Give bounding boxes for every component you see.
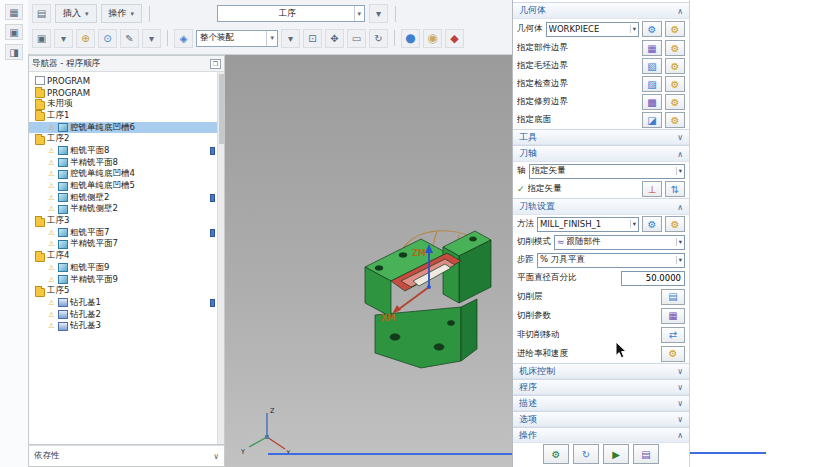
vector-dialog-button[interactable] [642,181,662,197]
tree-row[interactable]: ⚠ 粗铣侧壁2 [29,192,224,204]
tree-row[interactable]: ⚠ 工序4 [29,250,224,262]
actions-row [513,443,689,465]
tree-row[interactable]: ⚠ 工序2 [29,133,224,145]
section-title: 操作 [519,429,537,442]
assembly-filter-combo[interactable]: 整个装配 ▾ [196,30,278,47]
dependencies-pane-header[interactable]: 依存性 ∨ [28,445,225,467]
tree-row[interactable]: ⚠ 钻孔基1 [29,297,224,309]
open-dialog-button[interactable] [661,289,685,305]
tree-row[interactable]: ⚠ 工序5 [29,285,224,297]
quick-access-icon[interactable]: ▤ [32,4,51,23]
open-dialog-button[interactable] [661,308,685,324]
stepover-combo[interactable]: % 刀具平直 ▾ [537,253,685,268]
section-program-header[interactable]: 程序 [513,379,689,395]
create-operation-icon[interactable]: ▣ [32,29,51,48]
select-boundary-button[interactable] [642,58,662,74]
section-options-header[interactable]: 选项 [513,411,689,427]
tree-row[interactable]: ⚠ 未用项 [29,98,224,110]
edit-boundary-button[interactable] [665,94,685,110]
node-label: 工序5 [47,285,69,297]
tree-row[interactable]: ⚠ 钻孔基3 [29,320,224,332]
open-dialog-button[interactable] [661,327,685,343]
toolpath-action-button[interactable] [543,444,569,464]
section-tool-axis-header[interactable]: 刀轴 [513,145,689,162]
node-icon [58,158,68,167]
pan-icon[interactable]: ✥ [325,29,344,48]
edit-object-icon[interactable]: ✎ [120,29,139,48]
select-boundary-button[interactable] [642,94,662,110]
tree-row[interactable]: ⚠ 半精铣平面9 [29,274,224,286]
insert-menu[interactable]: 插入 ▾ [55,4,97,23]
wireframe-view-icon[interactable]: ◉ [423,29,442,48]
tree-row[interactable]: ⚠ 腔铣单纯底凹槽4 [29,169,224,181]
open-dialog-button[interactable] [661,346,685,362]
edit-boundary-button[interactable] [665,76,685,92]
filter-dropdown-icon[interactable]: ▾ [281,29,300,48]
scrollbar-thumb[interactable] [219,74,224,144]
select-boundary-button[interactable] [642,76,662,92]
toolpath-action-button[interactable] [573,444,599,464]
snap-point-icon[interactable]: ◈ [174,29,193,48]
float-panel-icon[interactable]: ❒ [210,59,221,69]
rotate-view-icon[interactable]: ↻ [369,29,388,48]
cut-mode-combo[interactable]: 跟随部件 ▾ [554,235,685,250]
tree-row[interactable]: ⚠ 粗铣平面7 [29,227,224,239]
chevron-down-icon[interactable]: ▾ [142,29,161,48]
graphics-window[interactable]: ZM XM Z X Y [225,55,512,467]
tree-row[interactable]: ⚠ 钻孔基2 [29,309,224,321]
panel-toggle-icon[interactable]: ◨ [5,44,23,60]
edit-boundary-button[interactable] [665,112,685,128]
edit-boundary-button[interactable] [665,58,685,74]
tree-row[interactable]: ⚠ 工序3 [29,215,224,227]
section-geometry-header[interactable]: 几何体 [513,2,689,19]
node-label: 粗铣单纯底凹槽5 [70,180,135,192]
flat-diameter-input[interactable] [621,271,685,286]
axis-combo[interactable]: 指定矢量 ▾ [529,164,686,179]
create-geometry-icon[interactable]: ⊙ [98,29,117,48]
fit-view-icon[interactable]: ▭ [347,29,366,48]
tree-row[interactable]: ⚠ 半精铣平面7 [29,239,224,251]
tree-row[interactable]: ⚠ PROGRAM [29,75,224,87]
section-description-header[interactable]: 描述 [513,395,689,411]
tree-row[interactable]: ⚠ 粗铣平面9 [29,262,224,274]
wrench-icon [671,97,680,108]
tree-row[interactable]: ⚠ 腔铣单纯底凹槽6 [29,122,224,134]
reverse-direction-button[interactable] [665,181,685,197]
tree-scrollbar[interactable] [217,72,224,444]
new-method-button[interactable] [642,216,662,232]
axis-combo-value: 指定矢量 [532,165,566,177]
tree-row[interactable]: ⚠ 粗铣平面8 [29,145,224,157]
select-all-icon[interactable]: ⊡ [303,29,322,48]
method-combo[interactable]: MILL_FINISH_1 ▾ [537,217,639,232]
geometry-combo[interactable]: WORKPIECE ▾ [546,22,640,37]
chevron-down-icon[interactable]: ▾ [54,29,73,48]
edit-geometry-button[interactable] [665,21,685,37]
tree-row[interactable]: ⚠ 工序1 [29,110,224,122]
edit-method-button[interactable] [665,216,685,232]
select-boundary-button[interactable] [642,40,662,56]
toolpath-action-button[interactable] [633,444,659,464]
display-mode-icon[interactable]: ◆ [445,29,464,48]
create-tool-icon[interactable]: ⊕ [76,29,95,48]
dropdown-more-icon[interactable]: ▾ [369,4,388,23]
section-path-settings-header[interactable]: 刀轨设置 [513,198,689,215]
new-geometry-button[interactable] [642,21,662,37]
tree-row[interactable]: ⚠ PROGRAM [29,87,224,99]
process-combo[interactable]: 工序 ▾ [217,5,365,22]
operation-menu[interactable]: 操作 ▾ [101,4,143,23]
layout-icon[interactable]: ▣ [5,24,23,40]
app-grid-icon[interactable]: ▦ [5,4,23,20]
section-actions-header[interactable]: 操作 [513,427,689,443]
node-icon [58,263,68,272]
select-boundary-button[interactable] [642,112,662,128]
tree-row[interactable]: ⚠ 粗铣单纯底凹槽5 [29,180,224,192]
node-label: 工序3 [47,215,69,227]
tree-row[interactable]: ⚠ 半精铣侧壁2 [29,204,224,216]
section-tool-header[interactable]: 工具 [513,129,689,145]
edit-boundary-button[interactable] [665,40,685,56]
shaded-view-icon[interactable]: ● [401,29,420,48]
section-machine-control-header[interactable]: 机床控制 [513,363,689,379]
left-rail: ▦ ▣ ◨ [0,0,28,467]
toolpath-action-button[interactable] [603,444,629,464]
tree-row[interactable]: ⚠ 半精铣平面8 [29,157,224,169]
